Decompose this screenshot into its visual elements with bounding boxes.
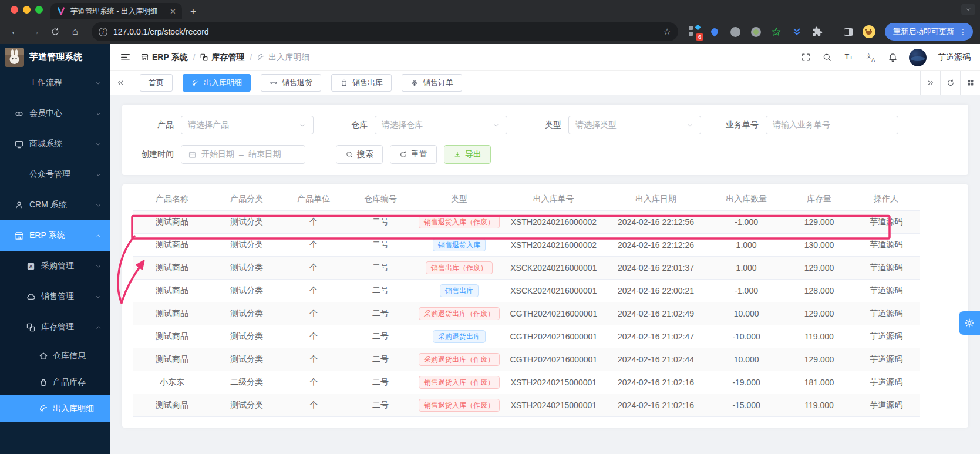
tag-tab[interactable]: 出入库明细 xyxy=(183,74,251,92)
breadcrumb-item[interactable]: ERP 系统 / xyxy=(140,52,195,63)
user-name[interactable]: 芋道源码 xyxy=(938,52,971,63)
close-window-button[interactable] xyxy=(11,6,18,14)
cell-unit: 个 xyxy=(282,371,345,394)
tab-search-button[interactable] xyxy=(961,4,975,15)
column-header[interactable]: 库存量 xyxy=(786,188,853,210)
type-select[interactable]: 请选择类型 xyxy=(568,116,701,134)
extension-circle-icon[interactable] xyxy=(728,24,743,39)
sidebar-item[interactable]: 商城系统 xyxy=(0,129,110,159)
extension-chevrons-icon[interactable] xyxy=(789,24,804,39)
browser-menu-icon[interactable]: ⋮ xyxy=(959,27,969,36)
sidebar-item[interactable]: 库存管理 xyxy=(0,312,110,342)
extension-circle-green-icon[interactable] xyxy=(748,24,763,39)
table-row[interactable]: 测试商品 测试分类 个 二号 采购退货出库 CGTH20240216000001… xyxy=(133,325,920,348)
cell-warehouse: 二号 xyxy=(345,210,416,233)
table-row[interactable]: 测试商品 测试分类 个 二号 销售出库（作废） XSCK202402160000… xyxy=(133,256,920,279)
tag-tab-label: 销售退货 xyxy=(282,78,312,88)
new-tab-button[interactable]: + xyxy=(186,4,201,19)
table-row[interactable]: 测试商品 测试分类 个 二号 销售退货入库（作废） XSTH2024021600… xyxy=(133,210,920,233)
sidebar-item[interactable]: 销售管理 xyxy=(0,281,110,312)
sidebar-item[interactable]: 出入库明细 xyxy=(0,395,110,422)
bookmark-star-icon[interactable]: ☆ xyxy=(664,26,671,37)
cell-order-no: CGTH20240216000001 xyxy=(503,302,605,325)
table-row[interactable]: 测试商品 测试分类 个 二号 销售退货入库（作废） XSTH2024021500… xyxy=(133,394,920,416)
forward-button[interactable]: → xyxy=(27,23,43,40)
bizno-input[interactable]: 请输入业务单号 xyxy=(766,116,898,134)
export-button[interactable]: 导出 xyxy=(444,145,491,164)
breadcrumb-item[interactable]: 库存管理 / xyxy=(200,52,252,63)
table-row[interactable]: 小东东 二级分类 个 二号 销售退货入库（作废） XSTH20240215000… xyxy=(133,371,920,394)
extension-tabs-icon[interactable]: 6 xyxy=(686,24,702,39)
cell-operator: 芋道源码 xyxy=(853,325,920,348)
column-header[interactable]: 出入库日期 xyxy=(605,188,707,210)
warehouse-select[interactable]: 请选择仓库 xyxy=(375,116,507,134)
sidebar-item[interactable]: 公众号管理 xyxy=(0,159,110,190)
cell-category: 测试分类 xyxy=(211,325,282,348)
sidebar-item[interactable]: 会员中心 xyxy=(0,98,110,129)
favicon-vlogo-icon xyxy=(56,6,66,16)
tags-layout-grid-button[interactable] xyxy=(960,71,980,95)
breadcrumb-item[interactable]: 出入库明细 / xyxy=(257,52,309,63)
app: 芋道管理系统 工作流程 会员中心 xyxy=(0,44,980,454)
language-icon[interactable] xyxy=(866,52,877,63)
date-range-picker[interactable]: 开始日期 – 结束日期 xyxy=(181,145,305,164)
sidebar-item[interactable]: 产品库存 xyxy=(0,369,110,395)
table-row[interactable]: 测试商品 测试分类 个 二号 销售退货入库 XSTH20240216000002… xyxy=(133,233,920,256)
tag-tab[interactable]: 销售退货 xyxy=(261,74,321,92)
tag-tab[interactable]: 首页 xyxy=(140,74,173,92)
profile-avatar[interactable] xyxy=(861,24,877,39)
column-header[interactable]: 产品分类 xyxy=(211,188,282,210)
reset-button[interactable]: 重置 xyxy=(390,145,437,164)
sidebar-logo[interactable]: 芋道管理系统 xyxy=(0,44,110,70)
site-info-icon[interactable]: i xyxy=(99,28,107,36)
font-size-icon[interactable] xyxy=(843,52,854,63)
window-controls[interactable] xyxy=(11,6,43,14)
tags-refresh-button[interactable] xyxy=(940,71,960,95)
extensions-puzzle-icon[interactable] xyxy=(810,24,825,39)
table-row[interactable]: 测试商品 测试分类 个 二号 采购退货出库（作废） CGTH2024021600… xyxy=(133,302,920,325)
squares-icon xyxy=(200,53,208,62)
table-row[interactable]: 测试商品 测试分类 个 二号 采购退货出库（作废） CGTH2024021600… xyxy=(133,348,920,371)
reload-button[interactable] xyxy=(47,23,63,40)
sidebar-item[interactable]: 工作流程 xyxy=(0,68,110,98)
settings-gear-button[interactable] xyxy=(959,311,980,335)
browser-update-button[interactable]: 重新启动即可更新 ⋮ xyxy=(885,23,973,41)
sidebar-item[interactable]: 采购管理 xyxy=(0,251,110,281)
column-header[interactable]: 产品名称 xyxy=(133,188,211,210)
column-header[interactable]: 仓库编号 xyxy=(345,188,416,210)
address-bar[interactable]: i 127.0.0.1/erp/stock/record ☆ xyxy=(92,22,678,41)
notifications-bell-icon[interactable] xyxy=(888,52,898,62)
column-header[interactable]: 出入库单号 xyxy=(503,188,605,210)
tags-scroll-left-button[interactable] xyxy=(110,71,130,95)
table-row[interactable]: 测试商品 测试分类 个 二号 销售出库 XSCK20240216000001 2… xyxy=(133,279,920,302)
fullscreen-icon[interactable] xyxy=(801,52,811,62)
minimize-window-button[interactable] xyxy=(23,6,31,14)
tag-tab[interactable]: 销售订单 xyxy=(402,74,462,92)
home-button[interactable]: ⌂ xyxy=(67,23,83,40)
user-avatar[interactable] xyxy=(909,49,927,66)
chevron-down-icon xyxy=(95,110,102,117)
extension-star-icon[interactable] xyxy=(769,24,784,39)
collapse-menu-icon[interactable] xyxy=(120,52,131,63)
side-panel-icon[interactable] xyxy=(841,24,856,39)
search-button[interactable]: 搜索 xyxy=(336,145,383,164)
tag-tab[interactable]: 销售出库 xyxy=(331,74,392,92)
search-icon[interactable] xyxy=(822,52,832,62)
extension-pin-icon[interactable] xyxy=(707,24,722,39)
column-header[interactable]: 出入库数量 xyxy=(707,188,786,210)
sidebar-item[interactable]: CRM 系统 xyxy=(0,190,110,220)
column-header[interactable]: 操作人 xyxy=(853,188,920,210)
zoom-window-button[interactable] xyxy=(35,6,43,14)
product-select[interactable]: 请选择产品 xyxy=(181,116,314,134)
column-header[interactable]: 类型 xyxy=(416,188,502,210)
browser-tab[interactable]: 芋道管理系统 - 出入库明细 ✕ xyxy=(50,3,182,19)
cell-category: 测试分类 xyxy=(211,233,282,256)
back-button[interactable]: ← xyxy=(7,23,23,40)
sidebar-item[interactable]: 仓库信息 xyxy=(0,342,110,369)
column-header[interactable]: 产品单位 xyxy=(282,188,345,210)
cell-stock: 129.000 xyxy=(786,210,853,233)
tags-scroll-right-button[interactable] xyxy=(920,71,940,95)
sidebar-item[interactable]: ERP 系统 xyxy=(0,220,110,251)
cell-product: 测试商品 xyxy=(133,325,211,348)
tab-close-icon[interactable]: ✕ xyxy=(170,7,176,16)
